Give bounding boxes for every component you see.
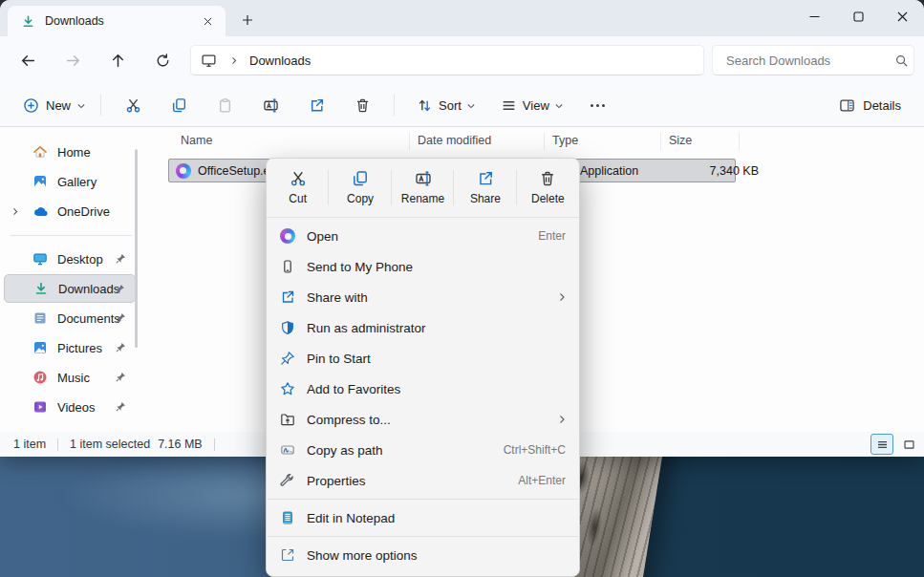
office-logo-icon <box>278 228 297 244</box>
share-button[interactable] <box>297 90 335 120</box>
column-header-date-modified[interactable]: Date modified <box>418 134 491 147</box>
column-header-name[interactable]: Name <box>181 134 212 147</box>
tab-title: Downloads <box>45 14 199 28</box>
plus-circle-icon <box>23 97 39 114</box>
menu-separator <box>268 536 578 537</box>
menu-item-add-to-favorites[interactable]: Add to Favorites <box>267 374 579 404</box>
column-separator[interactable] <box>544 133 545 150</box>
selection-size: 7.16 MB <box>158 438 203 451</box>
search-input[interactable] <box>726 53 894 68</box>
downloads-tab-icon <box>21 14 35 29</box>
new-tab-button[interactable] <box>235 8 260 32</box>
submenu-chevron-icon <box>558 415 566 424</box>
menu-item-open[interactable]: Open Enter <box>267 221 579 251</box>
cut-button[interactable] <box>114 90 152 120</box>
new-button[interactable]: New <box>15 92 92 119</box>
rename-button[interactable] <box>251 90 290 120</box>
column-header-size[interactable]: Size <box>669 134 692 147</box>
sidebar-item-music[interactable]: Music <box>4 363 136 392</box>
back-button[interactable] <box>13 46 42 75</box>
admin-shield-icon <box>278 320 297 335</box>
status-divider <box>214 438 215 451</box>
details-pane-icon <box>839 97 855 114</box>
menu-item-run-as-administrator[interactable]: Run as administrator <box>267 312 579 343</box>
menu-item-edit-in-notepad[interactable]: Edit in Notepad <box>267 502 579 533</box>
menu-item-send-to-my-phone[interactable]: Send to My Phone <box>267 251 579 282</box>
tab-close-icon[interactable] <box>199 12 216 30</box>
downloads-icon <box>33 281 49 296</box>
quick-actions-row: Cut Copy Rename Share Delete <box>267 159 579 218</box>
details-pane-button[interactable]: Details <box>831 92 909 119</box>
sidebar-item-documents[interactable]: Documents <box>4 304 136 332</box>
chevron-down-icon <box>77 102 84 109</box>
more-options-icon[interactable] <box>581 90 615 120</box>
share-icon <box>278 289 297 305</box>
context-delete-button[interactable]: Delete <box>517 159 579 217</box>
menu-item-share-with[interactable]: Share with <box>267 282 579 312</box>
sort-button[interactable]: Sort <box>409 92 482 119</box>
expand-chevron-icon[interactable] <box>11 207 19 216</box>
close-button[interactable] <box>880 0 924 32</box>
pin-icon <box>116 312 126 323</box>
forward-button[interactable] <box>58 46 87 75</box>
menu-item-show-more-options[interactable]: Show more options <box>267 540 579 570</box>
documents-icon <box>32 310 48 326</box>
pin-icon <box>116 372 126 382</box>
context-menu: Cut Copy Rename Share Delete <box>266 158 580 577</box>
column-header-type[interactable]: Type <box>552 134 578 147</box>
search-box[interactable] <box>712 45 914 75</box>
context-cut-button[interactable]: Cut <box>267 159 329 217</box>
expand-arrow-icon <box>278 547 297 563</box>
breadcrumb[interactable]: Downloads <box>249 53 311 68</box>
navigation-pane: Home Gallery OneDrive <box>0 128 141 432</box>
status-divider <box>57 438 58 451</box>
sidebar-item-downloads[interactable]: Downloads <box>4 274 136 303</box>
this-pc-icon <box>201 53 217 69</box>
pin-icon <box>116 342 126 353</box>
delete-button[interactable] <box>343 90 381 120</box>
sidebar-scrollbar[interactable] <box>135 149 138 348</box>
column-separator[interactable] <box>409 133 410 150</box>
sidebar-item-home[interactable]: Home <box>4 138 136 166</box>
selection-count: 1 item selected <box>70 438 150 451</box>
view-button[interactable]: View <box>493 92 569 119</box>
large-icons-view-toggle[interactable] <box>897 434 920 455</box>
chevron-down-icon <box>555 102 562 109</box>
item-count: 1 item <box>13 438 46 451</box>
menu-item-properties[interactable]: Properties Alt+Enter <box>267 465 579 496</box>
address-bar[interactable]: Downloads <box>190 45 704 75</box>
menu-item-copy-as-path[interactable]: Copy as path Ctrl+Shift+C <box>267 435 579 465</box>
sidebar-item-desktop[interactable]: Desktop <box>4 245 136 273</box>
minimize-button[interactable] <box>792 0 836 32</box>
sidebar-item-onedrive[interactable]: OneDrive <box>4 197 136 225</box>
sidebar-item-videos[interactable]: Videos <box>4 393 136 421</box>
zip-folder-icon <box>278 412 297 427</box>
desktop-icon <box>32 251 48 267</box>
menu-separator <box>268 499 578 500</box>
up-button[interactable] <box>103 46 132 75</box>
column-separator[interactable] <box>660 133 661 150</box>
menu-item-pin-to-start[interactable]: Pin to Start <box>267 343 579 374</box>
file-size: 7,340 KB <box>618 164 759 178</box>
shortcut-label: Enter <box>538 229 566 243</box>
sidebar-item-pictures[interactable]: Pictures <box>4 333 136 362</box>
tab-downloads[interactable]: Downloads <box>8 6 226 36</box>
column-separator[interactable] <box>739 133 740 150</box>
sidebar-item-gallery[interactable]: Gallery <box>4 167 136 196</box>
refresh-button[interactable] <box>148 46 177 75</box>
copy-button[interactable] <box>160 90 198 120</box>
sort-button-label: Sort <box>439 98 462 113</box>
star-icon <box>278 381 297 396</box>
home-icon <box>32 144 48 160</box>
maximize-button[interactable] <box>836 0 880 32</box>
onedrive-icon <box>32 205 50 218</box>
details-view-toggle[interactable] <box>870 434 893 455</box>
context-copy-button[interactable]: Copy <box>329 159 391 217</box>
paste-button[interactable] <box>205 90 244 120</box>
rename-icon <box>415 170 432 187</box>
toolbar-divider <box>100 95 101 116</box>
menu-item-compress-to[interactable]: Compress to... <box>267 404 579 435</box>
search-icon <box>894 53 909 68</box>
context-share-button[interactable]: Share <box>454 159 516 217</box>
context-rename-button[interactable]: Rename <box>392 159 454 217</box>
